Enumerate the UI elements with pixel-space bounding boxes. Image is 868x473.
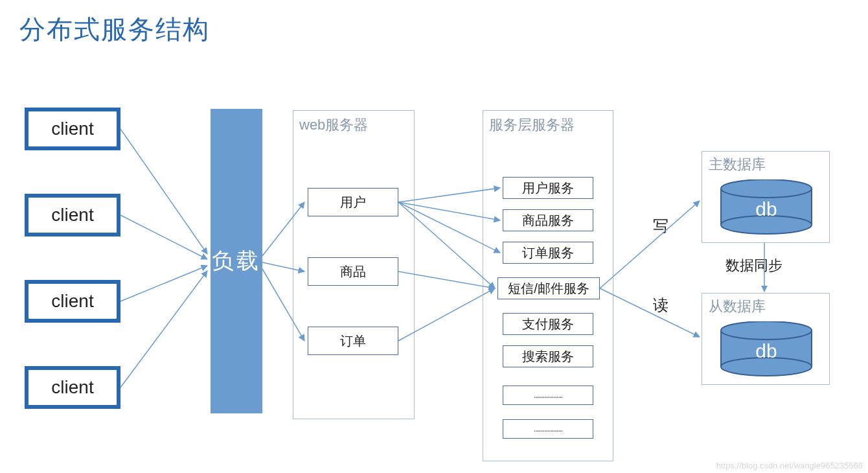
svg-line-24 (600, 288, 700, 337)
watermark: https://blog.csdn.net/wangle965235568 (716, 461, 863, 470)
service-search: 搜索服务 (503, 345, 593, 367)
db-replica-title: 从数据库 (709, 297, 766, 316)
service-pay: 支付服务 (503, 313, 593, 335)
load-balancer-label: 负载 (212, 246, 261, 276)
service-order: 订单服务 (503, 242, 593, 264)
client-box-2: client (25, 194, 120, 236)
db-replica-icon: db (718, 321, 815, 377)
svg-line-10 (120, 129, 207, 254)
web-item-user: 用户 (308, 188, 398, 216)
web-item-product: 商品 (308, 257, 398, 286)
service-layer-title: 服务层服务器 (489, 115, 575, 135)
svg-line-13 (120, 271, 207, 387)
client-box-4: client (25, 366, 120, 409)
label-write: 写 (653, 216, 668, 236)
service-placeholder-1: ................... (503, 386, 593, 405)
web-item-order: 订单 (308, 327, 398, 355)
svg-line-23 (600, 201, 700, 288)
web-server-title: web服务器 (299, 115, 368, 135)
load-balancer: 负载 (211, 109, 262, 413)
label-read: 读 (653, 295, 668, 316)
db-primary-icon: db (718, 179, 815, 235)
db-primary-label: db (755, 198, 777, 220)
svg-line-12 (120, 266, 207, 301)
db-primary-title: 主数据库 (709, 155, 766, 174)
service-user: 用户服务 (503, 177, 593, 199)
diagram-title: 分布式服务结构 (19, 12, 210, 47)
label-sync: 数据同步 (725, 256, 782, 275)
service-product: 商品服务 (503, 209, 593, 231)
svg-line-11 (120, 215, 207, 259)
db-replica-label: db (755, 340, 777, 362)
service-mail: 短信/邮件服务 (497, 277, 600, 299)
client-box-3: client (25, 280, 120, 323)
client-box-1: client (25, 108, 120, 150)
service-placeholder-2: ................... (503, 419, 593, 439)
